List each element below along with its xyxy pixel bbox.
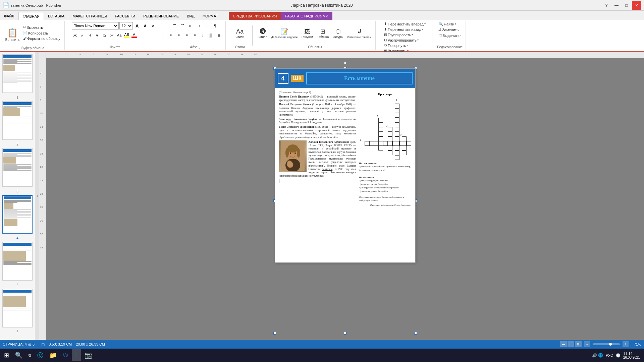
cw-cell[interactable] xyxy=(395,141,399,146)
page-thumb-3[interactable] xyxy=(2,148,33,187)
align-right-button[interactable]: ≡ xyxy=(183,32,191,39)
cw-cell[interactable] xyxy=(395,104,399,108)
page-thumb-1[interactable] xyxy=(2,54,33,93)
cw-cell[interactable] xyxy=(378,141,383,146)
underline-button[interactable]: Ч xyxy=(87,32,93,39)
font-family-select[interactable]: Times New Roman xyxy=(72,22,119,29)
page-thumb-6[interactable] xyxy=(2,289,33,327)
table-button[interactable]: ⊞ Таблица xyxy=(316,27,330,40)
zoom-in-button[interactable]: + xyxy=(623,341,629,347)
paragraph-marks-button[interactable]: ¶ xyxy=(211,22,219,29)
cw-cell[interactable] xyxy=(402,141,407,146)
tab-view[interactable]: ВИД xyxy=(183,12,199,20)
maximize-btn[interactable]: □ xyxy=(622,1,631,10)
align-center-button[interactable]: ≡ xyxy=(175,32,182,39)
page-thumb-4[interactable] xyxy=(2,195,33,234)
cw-cell[interactable] xyxy=(383,141,388,146)
send-backward-button[interactable]: ⬇ Переместить назад ▾ xyxy=(383,27,425,32)
tab-mailings[interactable]: РАССЫЛКИ xyxy=(111,12,139,20)
tab-format1[interactable]: ФОРМАТ xyxy=(199,12,222,20)
cut-button[interactable]: ✂ Вырезать xyxy=(21,25,62,30)
bold-button[interactable]: Ж xyxy=(72,32,78,39)
tab-file[interactable]: ФАЙЛ xyxy=(0,12,18,20)
columns-button[interactable]: ⫶ xyxy=(203,22,211,29)
cw-cell[interactable] xyxy=(407,141,411,146)
shapes-button[interactable]: ⬡ Фигуры xyxy=(331,27,344,40)
cw-cell[interactable] xyxy=(378,127,383,132)
borders-button[interactable]: ⊞ xyxy=(215,32,223,39)
cw-cell[interactable] xyxy=(395,108,399,113)
styles-objects-button[interactable]: 🅐 Стили xyxy=(257,27,269,40)
line-spacing-button[interactable]: ↕ xyxy=(199,32,207,39)
numbering-button[interactable]: ☷ xyxy=(179,22,186,29)
cw-cell[interactable] xyxy=(388,150,392,155)
cw-cell[interactable] xyxy=(395,122,399,127)
tab-review[interactable]: РЕЦЕНЗИРОВАНИЕ xyxy=(139,12,183,20)
paste-button[interactable]: 📋 Вставить xyxy=(4,23,21,46)
tab-format3[interactable]: РАБОТА С НАДПИСЯМИ xyxy=(281,12,332,20)
cw-cell[interactable] xyxy=(395,118,399,122)
cw-cell[interactable] xyxy=(388,127,392,132)
word-button[interactable]: W xyxy=(60,349,71,361)
shading-button[interactable]: ▒ xyxy=(207,32,215,39)
cw-cell[interactable] xyxy=(378,136,383,141)
view-twopage-button[interactable]: ⊞ xyxy=(575,341,582,347)
rotate-handle[interactable] xyxy=(344,62,346,64)
add-caption-button[interactable]: 📝 Добавление надписи xyxy=(270,27,299,39)
help-btn[interactable]: ? xyxy=(602,1,611,10)
replace-button[interactable]: ⇄ Заменить xyxy=(437,27,460,32)
other-app-button[interactable]: 📷 xyxy=(82,349,95,361)
cw-cell[interactable] xyxy=(395,150,399,155)
tab-format2[interactable]: СРЕДСТВА РИСОВАНИЯ xyxy=(229,12,281,20)
bring-forward-button[interactable]: ⬆ Переместить вперёд ▾ xyxy=(383,21,427,26)
close-btn[interactable]: ✕ xyxy=(632,1,641,10)
handle-bl[interactable] xyxy=(273,332,276,335)
cw-cell[interactable] xyxy=(395,136,399,141)
find-button[interactable]: 🔍 Найти ▾ xyxy=(437,21,458,26)
bullets-button[interactable]: ☰ xyxy=(171,22,178,29)
publisher-button[interactable]: P xyxy=(72,349,81,361)
highlight-color-button[interactable]: АВ xyxy=(123,32,130,39)
increase-indent-button[interactable]: ⇥ xyxy=(195,22,203,29)
subscript-button[interactable]: x₂ xyxy=(101,32,108,39)
page-title-box[interactable]: Есть мнение xyxy=(306,72,412,84)
cw-cell[interactable] xyxy=(374,141,379,146)
decrease-indent-button[interactable]: ⇤ xyxy=(187,22,195,29)
rotate-button[interactable]: ↻ Повернуть ▾ xyxy=(383,43,409,48)
ungroup-button[interactable]: ⊟ Разгруппировать ▾ xyxy=(383,38,420,43)
cw-cell[interactable] xyxy=(402,150,407,155)
cw-cell[interactable] xyxy=(395,155,399,160)
select-button[interactable]: ⬚ Выделить ▾ xyxy=(437,33,463,38)
page-thumb-2[interactable] xyxy=(2,101,33,140)
case-button[interactable]: Аа xyxy=(116,32,123,39)
strikethrough-button[interactable]: ч xyxy=(94,32,101,39)
cw-cell[interactable] xyxy=(388,136,392,141)
zoom-thumb[interactable] xyxy=(609,343,612,346)
font-size-select[interactable]: 12 xyxy=(119,22,133,29)
view-master-button[interactable]: ▭ xyxy=(568,341,574,347)
cw-cell[interactable] xyxy=(402,136,407,141)
cw-cell[interactable] xyxy=(378,118,383,122)
canvas-area[interactable]: 4 ШК Есть мнение xyxy=(46,58,644,340)
cw-cell[interactable] xyxy=(402,146,407,150)
cw-cell[interactable] xyxy=(378,122,383,127)
start-button[interactable]: ⊞ xyxy=(1,349,12,361)
group-button[interactable]: ⊡ Группировать ▾ xyxy=(383,32,415,37)
pictures-button[interactable]: 🖼 Рисунки xyxy=(300,27,314,40)
cw-cell[interactable] xyxy=(378,132,383,136)
grow-font-button[interactable]: A xyxy=(133,22,141,29)
explorer-button[interactable]: 📁 xyxy=(47,349,59,361)
font-color-button[interactable]: А xyxy=(131,32,138,39)
page-thumb-5[interactable] xyxy=(2,242,33,281)
edge-button[interactable]: ⓔ xyxy=(35,349,46,361)
cw-cell[interactable] xyxy=(365,141,369,146)
task-view-button[interactable]: ⧉ xyxy=(26,349,34,361)
wrap-text-button[interactable]: ↲ Обтекание текстом xyxy=(346,27,373,39)
cw-cell[interactable] xyxy=(395,127,399,132)
search-button[interactable]: 🔍 xyxy=(12,349,25,361)
cw-cell[interactable] xyxy=(395,132,399,136)
cw-cell[interactable] xyxy=(388,141,392,146)
clear-format-button[interactable]: ✕ xyxy=(150,22,157,29)
cw-cell[interactable] xyxy=(395,146,399,150)
collapse-pages-panel-button[interactable]: ‹ xyxy=(35,52,39,340)
